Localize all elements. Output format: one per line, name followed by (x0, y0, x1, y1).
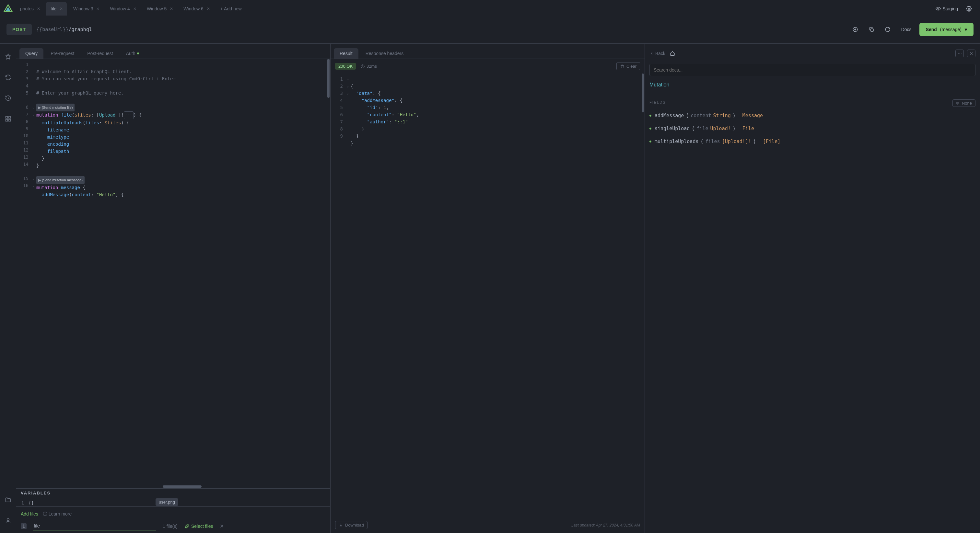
left-sidebar (0, 44, 16, 533)
gear-icon (966, 6, 972, 12)
tab-label: Window 3 (73, 6, 93, 11)
docs-home-button[interactable] (668, 48, 676, 59)
tab-label: photos (20, 6, 34, 11)
docs-field-row[interactable]: multipleUploads ( files [Upload!]! ) [Fi… (649, 139, 975, 144)
sidebar-account[interactable] (4, 517, 12, 525)
add-tab-label: + Add new (220, 6, 242, 11)
result-gutter: 1 2 3 4 5 6 7 8 9 (331, 73, 345, 517)
variables-header[interactable]: VARIABLES (16, 489, 330, 497)
sidebar-plugins[interactable] (4, 115, 12, 123)
editor-vscrollbar[interactable] (327, 59, 329, 98)
result-status-bar: 200 OK 32ms Clear (331, 59, 644, 73)
send-button[interactable]: Send (message) ▾ (920, 23, 974, 36)
close-icon[interactable]: ✕ (36, 6, 41, 12)
clear-result-button[interactable]: Clear (616, 62, 640, 70)
docs-more-button[interactable]: ⋯ (955, 49, 964, 57)
tab-post-request[interactable]: Post-request (81, 48, 119, 59)
tab-result[interactable]: Result (334, 48, 358, 59)
file-chip[interactable]: user.png (156, 498, 178, 506)
tab-pre-request[interactable]: Pre-request (45, 48, 80, 59)
add-files-button[interactable]: Add files (21, 511, 38, 517)
reload-schema-button[interactable] (882, 24, 894, 35)
folded-args[interactable]: ··· (124, 111, 134, 119)
query-pane: Query Pre-request Post-request Auth 1 2 … (16, 44, 331, 533)
sidebar-history[interactable] (4, 94, 12, 102)
learn-more-link[interactable]: Learn more (43, 511, 72, 517)
tab-auth[interactable]: Auth (120, 48, 145, 59)
codelens-run-message[interactable]: ▶(Send mutation message) (36, 176, 84, 184)
paperclip-icon (184, 523, 189, 529)
user-icon (5, 517, 11, 524)
svg-rect-8 (5, 119, 8, 121)
tab-window-4[interactable]: Window 4 ✕ (105, 2, 140, 16)
send-label: Send (926, 27, 937, 32)
close-icon[interactable]: ✕ (169, 6, 174, 12)
close-icon[interactable]: ✕ (206, 6, 211, 12)
remove-file-button[interactable]: ✕ (220, 523, 224, 529)
tab-window-3[interactable]: Window 3 ✕ (69, 2, 103, 16)
file-variable-name-input[interactable] (33, 522, 156, 530)
url-variable: {{baseUrl}} (36, 27, 68, 32)
tab-label: file (51, 6, 56, 11)
tab-window-5[interactable]: Window 5 ✕ (142, 2, 177, 16)
send-operation: (message) (940, 27, 961, 32)
svg-point-3 (968, 8, 970, 10)
download-icon (339, 523, 343, 528)
environment-label: Staging (943, 6, 958, 11)
chevron-down-icon[interactable]: ▾ (965, 27, 967, 32)
docs-close-button[interactable]: ✕ (967, 49, 975, 57)
history-icon (5, 95, 11, 102)
add-tab-button[interactable]: + Add new (216, 2, 246, 16)
svg-rect-7 (8, 117, 10, 119)
sidebar-collections[interactable] (4, 53, 12, 60)
file-index: 1 (21, 523, 27, 529)
tab-window-6[interactable]: Window 6 ✕ (179, 2, 213, 16)
docs-search-input[interactable] (649, 64, 975, 76)
fold-gutter: ⌄⌄ ⌄⌄ (30, 59, 36, 488)
svg-rect-9 (8, 119, 10, 121)
download-result-button[interactable]: Download (335, 521, 368, 529)
grid-icon (5, 116, 11, 122)
tab-query[interactable]: Query (19, 48, 43, 59)
close-icon[interactable]: ✕ (95, 6, 100, 12)
close-icon[interactable]: ✕ (59, 6, 64, 12)
svg-rect-6 (5, 117, 8, 119)
sync-icon (5, 74, 11, 81)
file-entry: 1 1 file(s) Select files ✕ (21, 522, 326, 530)
arrow-left-icon (649, 51, 654, 56)
new-request-button[interactable] (850, 24, 861, 35)
code-area[interactable]: # Welcome to Altair GraphQL Client. # Yo… (36, 59, 330, 488)
copy-button[interactable] (865, 24, 877, 35)
star-icon (5, 54, 11, 60)
codelens-run-file[interactable]: ▶(Send mutation file) (36, 104, 75, 111)
editor-hscrollbar[interactable] (163, 485, 202, 488)
window-tabstrip: photos ✕ file ✕ Window 3 ✕ Window 4 ✕ Wi… (0, 0, 980, 16)
http-method[interactable]: POST (6, 24, 32, 35)
select-files-button[interactable]: Select files (184, 523, 213, 529)
result-viewer[interactable]: 1 2 3 4 5 6 7 8 9 ⌄⌄⌄ { "data": { "addMe… (331, 73, 644, 517)
trash-icon (620, 64, 625, 69)
sidebar-sync[interactable] (4, 73, 12, 81)
file-count: 1 file(s) (163, 523, 178, 529)
result-vscrollbar[interactable] (642, 73, 644, 113)
eye-icon (935, 6, 941, 11)
result-pane: Result Response headers 200 OK 32ms Clea… (331, 44, 645, 533)
tab-file[interactable]: file ✕ (46, 2, 67, 16)
tab-photos[interactable]: photos ✕ (16, 2, 44, 16)
docs-fields-list: addMessage ( content String ) Messagesin… (649, 113, 975, 144)
docs-toggle[interactable]: Docs (898, 27, 915, 32)
sidebar-files[interactable] (4, 496, 12, 504)
environment-selector[interactable]: Staging (935, 6, 958, 11)
request-url[interactable]: {{baseUrl}}/graphql (36, 27, 845, 32)
docs-field-row[interactable]: addMessage ( content String ) Message (649, 113, 975, 119)
docs-field-row[interactable]: singleUpload ( file Upload! ) File (649, 125, 975, 132)
field-bullet (649, 115, 651, 117)
docs-sort-button[interactable]: None (953, 99, 975, 107)
result-code: { "data": { "addMessage": { "id": 1, "co… (351, 73, 644, 517)
docs-back-button[interactable]: Back (649, 51, 665, 56)
tab-response-headers[interactable]: Response headers (360, 48, 410, 59)
close-icon[interactable]: ✕ (132, 6, 137, 12)
result-footer: Download Last updated: Apr 27, 2024, 4:3… (331, 517, 644, 533)
settings-button[interactable] (963, 3, 975, 14)
query-editor[interactable]: 1 2 3 4 5 6 7 8 9 10 11 12 13 14 15 16 ⌄… (16, 59, 330, 488)
